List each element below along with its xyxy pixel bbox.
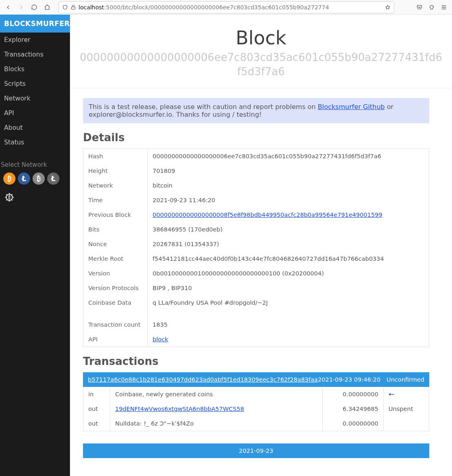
detail-row: Networkbitcoin [83,178,429,193]
detail-link[interactable]: 00000000000000000008f5e8f98bdb449950acfc… [153,212,382,218]
transactions-heading: Transactions [83,355,429,367]
detail-value: bitcoin [148,178,429,193]
detail-row: Bits386846955 (170ed0eb) [83,222,429,237]
detail-value: 20267831 (01354337) [148,237,429,251]
detail-row: Nonce20267831 (01354337) [83,237,429,251]
sidebar: BLOCKSMURFER ExplorerTransactionsBlocksS… [0,15,70,476]
detail-row: Time2021-09-23 11:46:20 [83,193,429,207]
detail-row: APIblock [83,332,429,347]
tx-extra: Unspent [384,402,429,416]
coin-3[interactable]: Ł [47,172,59,185]
detail-link[interactable]: block [153,336,168,343]
reload-button[interactable] [28,2,40,13]
detail-row: Merkle Rootf545412181cc44aec40d0f0b143c4… [83,251,429,266]
extension-icon[interactable] [426,2,437,13]
content: Block 00000000000000000006ee7c803cd35ac6… [70,15,452,476]
nav-network[interactable]: Network [0,91,70,106]
arrow-left-icon: 🡐 [389,391,395,397]
detail-value: block [148,332,429,347]
notice-banner: This is a test release, please use with … [83,98,429,123]
detail-row: Version ProtocolsBIP9 , BIP310 [83,281,429,295]
tx-header: b57117a6c0e88c1b281e630497dd623ad0abf5f1… [83,372,429,387]
detail-row: Transaction count1835 [83,317,429,332]
tx-extra: 🡐 [384,387,429,402]
url-text: localhost:5000/btc/block/000000000000000… [79,4,382,11]
nav-status[interactable]: Status [0,135,70,150]
coin-2[interactable]: ₿ [33,172,45,185]
detail-key: Height [83,164,148,178]
tx-row: outNulldata: !_ 6z Ɔ"~kˈ$f4Zo0.00000000 [83,416,429,431]
tx-dir: out [83,416,110,431]
detail-value: 0b00100000001000000000000000000100 (0x20… [148,266,429,281]
tx-amount: 0.00000000 [323,416,384,431]
details-table: Hash00000000000000000006ee7c803cd35ac601… [83,148,429,347]
tx-status: Unconfirmed [386,376,424,383]
tx-amount: 6.34249685 [323,402,384,416]
detail-value: f545412181cc44aec40d0f0b143c44e7fc804682… [148,251,429,266]
tx-row: out19dENFt4wVwos6xtgwStA6n8bbA57WCS586.3… [83,402,429,416]
bookmark-star-icon[interactable] [385,4,391,10]
page-hash: 00000000000000000006ee7c803cd35ac601c055… [80,50,442,79]
home-button[interactable] [41,2,53,13]
detail-key: Previous Block [83,207,148,222]
detail-row: Version0b0010000000100000000000000000010… [83,266,429,281]
address-bar[interactable]: localhost:5000/btc/block/000000000000000… [59,1,394,13]
nav: ExplorerTransactionsBlocksScriptsNetwork… [0,33,70,150]
menu-icon[interactable] [438,2,450,13]
detail-key: Hash [83,149,148,164]
tx-dir: out [83,402,110,416]
detail-value: 2021-09-23 11:46:20 [148,193,429,207]
tx-desc: 19dENFt4wVwos6xtgwStA6n8bbA57WCS58 [110,402,323,416]
settings[interactable]: ₿ [0,185,70,210]
select-network-label: Select Network [0,150,70,172]
lock-icon [70,4,76,10]
nav-explorer[interactable]: Explorer [0,33,70,47]
tx-address-link[interactable]: 19dENFt4wVwos6xtgwStA6n8bbA57WCS58 [115,406,244,412]
tx-extra [384,416,429,431]
detail-value: q LLa/Foundry USA Pool #dropgold/~2J [148,295,429,317]
notice-pre: This is a test release, please use with … [89,103,318,111]
detail-row: Hash00000000000000000006ee7c803cd35ac601… [83,149,429,164]
nav-about[interactable]: About [0,120,70,135]
detail-value: BIP9 , BIP310 [148,281,429,295]
details-heading: Details [83,131,429,144]
detail-key: Bits [83,222,148,237]
gear-icon[interactable]: ₿ [3,191,15,203]
coin-0[interactable]: ₿ [3,172,15,185]
back-button[interactable] [2,2,14,13]
nav-scripts[interactable]: Scripts [0,76,70,91]
nav-blocks[interactable]: Blocks [0,62,70,76]
detail-value: 386846955 (170ed0eb) [148,222,429,237]
detail-key: Version Protocols [83,281,148,295]
detail-value: 00000000000000000008f5e8f98bdb449950acfc… [148,207,429,222]
detail-key: Time [83,193,148,207]
notice-link[interactable]: Blocksmurfer Github [318,103,385,111]
detail-value: 1835 [148,317,429,332]
detail-value: 701809 [148,164,429,178]
tx-desc: Nulldata: !_ 6z Ɔ"~kˈ$f4Zo [110,416,323,431]
page-title: Block [80,27,442,49]
coin-1[interactable]: Ł [18,172,30,185]
browser-toolbar: localhost:5000/btc/block/000000000000000… [0,0,452,15]
nav-transactions[interactable]: Transactions [0,47,70,62]
page-header: Block 00000000000000000006ee7c803cd35ac6… [70,15,452,88]
detail-row: Coinbase Dataq LLa/Foundry USA Pool #dro… [83,295,429,317]
tx-amount: 0.00000000 [323,387,384,402]
forward-button[interactable] [15,2,27,13]
detail-row: Previous Block00000000000000000008f5e8f9… [83,207,429,222]
tx-time: 2021-09-23 09:46:20 [318,376,386,383]
detail-value: 00000000000000000006ee7c803cd35ac601c055… [148,149,429,164]
detail-key: Version [83,266,148,281]
tx-desc: Coinbase, newly generated coins [110,387,323,402]
detail-key: Nonce [83,237,148,251]
pocket-icon[interactable] [414,2,425,13]
shield-icon [62,4,68,10]
brand[interactable]: BLOCKSMURFER [0,15,70,33]
detail-key: API [83,332,148,347]
next-header: 2021-09-23 [83,443,429,458]
nav-api[interactable]: API [0,106,70,120]
tx-id-link[interactable]: b57117a6c0e88c1b281e630497dd623ad0abf5f1… [88,376,318,383]
tx-row: inCoinbase, newly generated coins0.00000… [83,387,429,402]
svg-rect-0 [71,7,75,9]
detail-key: Transaction count [83,317,148,332]
